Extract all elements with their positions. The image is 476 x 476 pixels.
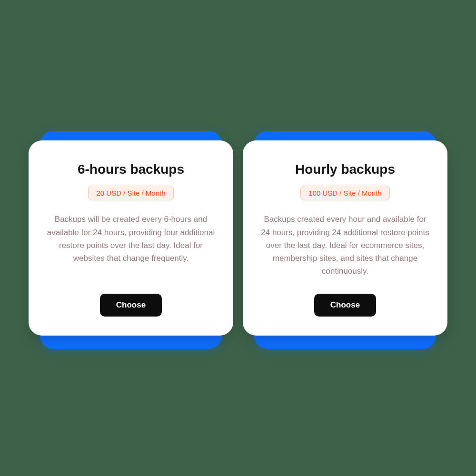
pricing-card-6hours: 6-hours backups 20 USD / Site / Month Ba…: [29, 140, 233, 336]
price-badge: 20 USD / Site / Month: [88, 186, 173, 200]
price-badge: 100 USD / Site / Month: [300, 186, 389, 200]
pricing-cards-container: 6-hours backups 20 USD / Site / Month Ba…: [29, 140, 447, 336]
pricing-card-hourly: Hourly backups 100 USD / Site / Month Ba…: [243, 140, 447, 336]
card-description: Backups will be created every 6-hours an…: [46, 213, 216, 278]
choose-button[interactable]: Choose: [100, 294, 162, 317]
card-description: Backups created every hour and available…: [260, 213, 430, 278]
pricing-card-wrapper: 6-hours backups 20 USD / Site / Month Ba…: [29, 140, 233, 336]
card-title: 6-hours backups: [78, 161, 184, 178]
card-title: Hourly backups: [295, 161, 395, 178]
choose-button[interactable]: Choose: [314, 294, 376, 317]
pricing-card-wrapper: Hourly backups 100 USD / Site / Month Ba…: [243, 140, 447, 336]
